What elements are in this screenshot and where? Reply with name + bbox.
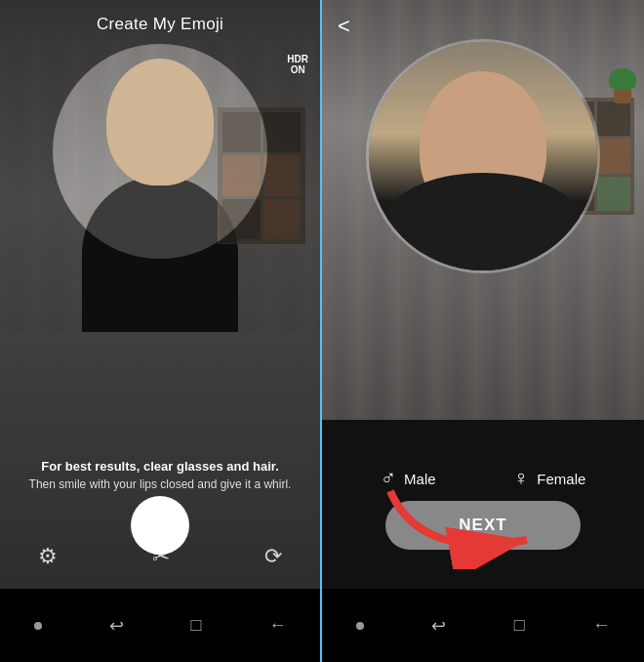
- female-label: Female: [537, 471, 585, 487]
- hdr-text: HDR: [287, 54, 308, 64]
- face-circle-right: [366, 39, 600, 273]
- plant-pot-r: [614, 90, 631, 103]
- instruction-area: For best results, clear glasses and hair…: [0, 459, 320, 491]
- hdr-on-text: ON: [291, 64, 305, 75]
- left-header: Create My Emoji: [0, 0, 320, 48]
- shutter-button[interactable]: [131, 496, 189, 555]
- nav-back-icon[interactable]: ←: [268, 615, 286, 636]
- shelf-cell: [263, 155, 302, 195]
- right-nav-home[interactable]: □: [514, 615, 525, 636]
- shelf-cell: [263, 112, 302, 152]
- hdr-badge: HDR ON: [287, 54, 308, 75]
- back-button[interactable]: <: [338, 14, 350, 39]
- face-guide-circle: [53, 44, 267, 259]
- gender-selection: ♂ Male ♀ Female: [322, 466, 644, 491]
- settings-icon[interactable]: ⚙: [38, 544, 58, 569]
- right-plant: [609, 68, 636, 103]
- instruction-sub-text: Then smile with your lips closed and giv…: [20, 477, 301, 491]
- right-face-content: [369, 42, 597, 270]
- shelf-cell-r: [597, 177, 631, 211]
- right-nav-dot: [356, 622, 364, 630]
- nav-home-dot: [34, 622, 42, 630]
- next-button[interactable]: NEXT: [385, 501, 581, 550]
- gender-female-option[interactable]: ♀ Female: [513, 466, 586, 491]
- left-panel: Create My Emoji HDR ON For best results,…: [0, 0, 322, 662]
- gender-male-option[interactable]: ♂ Male: [381, 466, 436, 491]
- next-label: NEXT: [459, 516, 506, 535]
- right-nav-back[interactable]: ←: [592, 615, 610, 636]
- plant-leaves-r: [609, 68, 636, 90]
- male-icon: ♂: [381, 466, 397, 491]
- flip-camera-icon[interactable]: ⟳: [264, 544, 282, 569]
- page-title: Create My Emoji: [97, 15, 223, 34]
- nav-home-icon[interactable]: □: [191, 615, 202, 636]
- instruction-main-text: For best results, clear glasses and hair…: [20, 459, 301, 474]
- shelf-cell: [263, 199, 302, 239]
- female-icon: ♀: [513, 466, 530, 491]
- right-nav-recent[interactable]: ↩: [431, 615, 446, 637]
- right-nav-bar: ↩ □ ←: [322, 589, 644, 662]
- right-panel: < ♂ Male ♀ Female NEXT ↩ □: [322, 0, 644, 662]
- male-label: Male: [404, 471, 436, 487]
- nav-recent-icon[interactable]: ↩: [109, 615, 124, 637]
- shelf-cell-r: [597, 139, 631, 173]
- left-nav-bar: ↩ □ ←: [0, 589, 320, 662]
- body-right: [385, 173, 581, 270]
- shelf-cell-r: [597, 102, 631, 136]
